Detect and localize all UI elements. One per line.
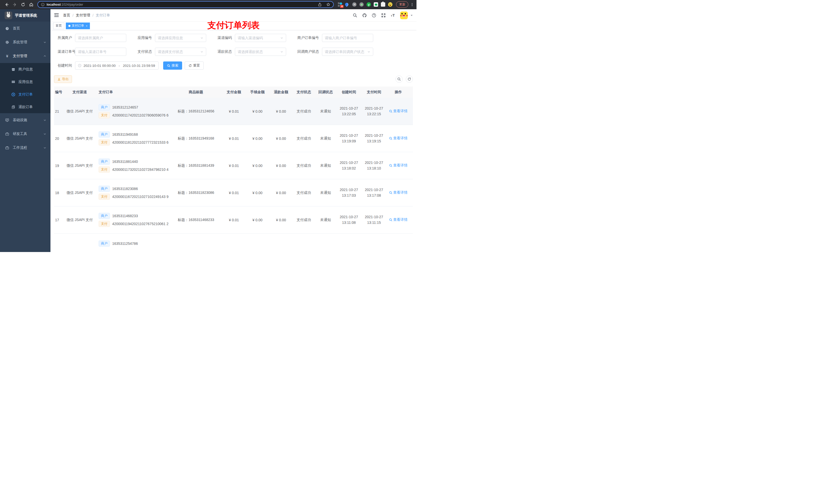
cell-amount: ¥ 0.01 (222, 137, 246, 141)
sidebar-item-pay-order[interactable]: ¥ 支付订单 (0, 88, 50, 101)
sidebar-item-refund-order[interactable]: 退款订单 (0, 101, 50, 113)
emoji-extension-icon[interactable] (388, 2, 392, 7)
reload-icon[interactable] (21, 2, 25, 7)
dot-extension-icon[interactable] (359, 2, 364, 7)
create-time-range-picker[interactable]: 2021-10-01 00:00:00 - 2021-10-31 23:59:5… (75, 62, 159, 70)
tab-group-extension-icon[interactable]: 10 (338, 2, 342, 7)
browser-update-button[interactable]: 更新 (396, 1, 408, 8)
tab-pay-order[interactable]: 支付订单× (66, 23, 90, 29)
search-icon[interactable] (353, 13, 357, 18)
sidebar-item-home[interactable]: 首页 (0, 22, 50, 35)
url-text[interactable]: localhost:1024/pay/order (47, 3, 83, 6)
table-row[interactable]: 20 微信 JSAPI 支付 商户1635311949168 支付4200001… (54, 125, 413, 152)
view-detail-link[interactable]: 查看详情 (389, 190, 407, 195)
merchant-order-no-field[interactable] (322, 34, 373, 42)
toggle-search-button[interactable] (396, 75, 403, 83)
cell-create-time: 2021-10-27 13:22:05 (336, 106, 361, 117)
home-icon[interactable] (29, 2, 33, 7)
callback-status-input[interactable] (325, 50, 366, 54)
merchant-select[interactable] (75, 34, 126, 42)
share-icon[interactable] (318, 3, 322, 6)
breadcrumb: 首页 / 支付管理 / 支付订单 (63, 13, 110, 18)
tab-home[interactable]: 首页 (53, 23, 64, 29)
fullscreen-icon[interactable] (381, 13, 386, 18)
callback-status-select[interactable] (322, 48, 373, 56)
sidebar-item-infra[interactable]: 基础设施 (0, 113, 50, 127)
user-avatar[interactable] (400, 11, 408, 19)
date-range-end[interactable]: 2021-10-31 23:59:59 (123, 64, 155, 68)
cell-fee: ¥ 0.00 (246, 110, 269, 114)
sidebar-item-label: 商户信息 (19, 67, 33, 72)
avatar-caret-icon[interactable] (410, 14, 413, 17)
merchant-order-no: 1635311468233 (112, 214, 138, 218)
table-row[interactable]: 17 微信 JSAPI 支付 商户1635311468233 支付4200001… (54, 207, 413, 234)
view-detail-link[interactable]: 查看详情 (389, 136, 407, 141)
sidebar-item-dev-tools[interactable]: 研发工具 (0, 127, 50, 141)
bookmark-star-icon[interactable] (326, 3, 330, 6)
browser-menu-icon[interactable] (410, 3, 414, 6)
address-bar[interactable]: localhost:1024/pay/order (38, 1, 334, 8)
search-icon (389, 191, 392, 194)
app-no-input[interactable] (158, 36, 199, 40)
refresh-table-button[interactable] (406, 75, 413, 83)
sidebar-collapse-icon[interactable] (54, 13, 59, 18)
puzzle-extensions-icon[interactable] (381, 2, 385, 7)
sidebar-item-label: 研发工具 (13, 131, 43, 136)
pay-status-input[interactable] (158, 50, 199, 54)
select-caret-icon (280, 50, 283, 53)
extension-badge: 10 (340, 5, 343, 8)
channel-code-select[interactable] (235, 34, 286, 42)
chat-extension-icon[interactable] (374, 2, 378, 7)
table-row[interactable]: 21 微信 JSAPI 支付 商户1635312124657 支付4200001… (54, 98, 413, 125)
reset-button[interactable]: 重置 (185, 62, 204, 70)
filter-label-pay-status: 支付状态 (134, 49, 152, 54)
github-icon[interactable] (362, 13, 367, 18)
breadcrumb-pay[interactable]: 支付管理 (76, 13, 90, 18)
app-title: 芋道管理系统 (15, 13, 37, 18)
col-fee: 手续金额 (246, 90, 269, 95)
search-button[interactable]: 搜索 (163, 62, 182, 70)
refund-status-select[interactable] (235, 48, 286, 56)
y-extension-icon[interactable]: y (366, 2, 371, 7)
sidebar-item-system[interactable]: 系统管理 (0, 35, 50, 49)
date-range-start[interactable]: 2021-10-01 00:00:00 (84, 64, 116, 68)
view-detail-link[interactable]: 查看详情 (389, 217, 407, 222)
command-extension-icon[interactable]: ⌘ (352, 2, 357, 7)
table-row[interactable]: 商户1635311254786 (54, 234, 413, 252)
pay-tag: 支付 (99, 166, 110, 173)
font-size-icon[interactable]: TT (390, 13, 395, 18)
view-detail-link[interactable]: 查看详情 (389, 163, 407, 168)
site-info-icon[interactable] (41, 3, 45, 6)
sidebar-item-merchant-info[interactable]: 商户信息 (0, 63, 50, 75)
table-row[interactable]: 19 微信 JSAPI 支付 商户1635311881440 支付4200001… (54, 152, 413, 179)
cell-order: 商户1635311881440 支付4200001173202110272847… (95, 157, 170, 174)
breadcrumb-current: 支付订单 (96, 13, 110, 18)
breadcrumb-home[interactable]: 首页 (63, 13, 70, 18)
cell-create-time: 2021-10-27 13:17:03 (336, 187, 361, 198)
view-detail-link[interactable]: 查看详情 (389, 109, 407, 114)
chevron-down-icon (43, 41, 46, 44)
refund-status-input[interactable] (238, 50, 279, 54)
close-tab-icon[interactable]: × (86, 24, 87, 27)
merchant-input[interactable] (78, 36, 123, 40)
app-logo[interactable]: 芋道管理系统 (0, 9, 50, 22)
back-icon[interactable] (4, 2, 9, 7)
channel-code-input[interactable] (238, 36, 279, 40)
pin-extension-icon[interactable] (345, 2, 349, 7)
pay-status-select[interactable] (155, 48, 206, 56)
help-icon[interactable] (372, 13, 376, 18)
cell-channel: 微信 JSAPI 支付 (64, 191, 95, 195)
table-row[interactable]: 18 微信 JSAPI 支付 商户1635311823086 支付4200001… (54, 179, 413, 207)
channel-order-no-field[interactable] (75, 48, 126, 56)
cell-amount: ¥ 0.01 (222, 164, 246, 168)
sidebar-item-app-info[interactable]: 应用信息 (0, 75, 50, 88)
select-caret-icon (200, 37, 204, 40)
sidebar-item-pay[interactable]: ¥ 支付管理 (0, 49, 50, 63)
forward-icon[interactable] (13, 2, 17, 7)
app-no-select[interactable] (155, 34, 206, 42)
channel-order-no-input[interactable] (78, 50, 123, 54)
cell-pay-status: 支付成功 (293, 218, 315, 222)
sidebar-item-workflow[interactable]: 工作流程 (0, 141, 50, 155)
export-button[interactable]: 导出 (54, 75, 72, 83)
merchant-order-no-input[interactable] (325, 36, 371, 40)
